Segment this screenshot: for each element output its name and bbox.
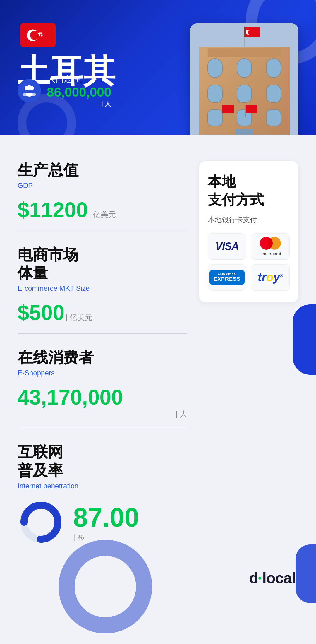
- svg-point-2: [30, 30, 39, 40]
- flag-badge: [20, 23, 56, 47]
- eshoppers-value-row: 43,170,000: [18, 386, 187, 409]
- eshoppers-value: 43,170,000: [18, 386, 123, 409]
- payment-subtitle: 本地银行卡支付: [208, 215, 290, 225]
- svg-point-7: [27, 85, 32, 90]
- dlocal-logo: dlocal: [249, 569, 296, 587]
- internet-value-col: 87.00 | %: [73, 503, 139, 542]
- payment-card: 本地 支付方式 本地银行卡支付 VISA: [199, 161, 298, 302]
- ecommerce-value-row: $500 | 亿美元: [18, 301, 187, 324]
- internet-donut-row: 87.00 | %: [18, 499, 187, 546]
- ecommerce-title-en: E-commerce MKT Size: [18, 284, 187, 292]
- gdp-title-en: GDP: [18, 181, 187, 190]
- gdp-value-row: $11200 | 亿美元: [18, 198, 187, 222]
- ecommerce-title-zh: 电商市场 体量: [18, 246, 187, 282]
- deco-circle-right-1: [293, 304, 316, 375]
- internet-block: 互联网 普及率 Internet penetration: [18, 428, 187, 557]
- svg-rect-22: [266, 110, 281, 126]
- troy-logo: troy®: [258, 271, 283, 284]
- svg-rect-15: [237, 59, 252, 78]
- population-row: 人口总量 86,000,000 | 人: [18, 73, 111, 108]
- internet-value: 87.00: [73, 503, 139, 533]
- main-content: 生产总值 GDP $11200 | 亿美元 电商市场 体量 E-commerce…: [0, 135, 316, 616]
- population-value: 86,000,000: [47, 85, 111, 100]
- content-row: 生产总值 GDP $11200 | 亿美元 电商市场 体量 E-commerce…: [0, 146, 316, 557]
- mc-right-circle: [268, 237, 281, 250]
- gdp-block: 生产总值 GDP $11200 | 亿美元: [18, 146, 187, 231]
- svg-rect-16: [266, 59, 281, 78]
- amex-logo: AMERICAN EXPRESS: [209, 270, 245, 285]
- building-illustration: [190, 23, 298, 135]
- footer: dlocal: [0, 563, 316, 598]
- internet-title-en: Internet penetration: [18, 482, 187, 490]
- svg-rect-31: [222, 105, 234, 113]
- donut-chart: [18, 499, 64, 546]
- eshoppers-title-en: E-Shoppers: [18, 369, 187, 377]
- svg-rect-18: [237, 85, 252, 102]
- svg-point-27: [248, 30, 251, 34]
- gdp-value: $11200: [18, 198, 88, 222]
- gdp-title-zh: 生产总值: [18, 161, 187, 179]
- amex-logo-box: AMERICAN EXPRESS: [208, 264, 246, 291]
- population-unit: | 人: [47, 100, 111, 108]
- payment-title-zh: 本地 支付方式: [208, 173, 290, 209]
- eshoppers-title-zh: 在线消费者: [18, 348, 187, 366]
- left-column: 生产总值 GDP $11200 | 亿美元 电商市场 体量 E-commerce…: [18, 146, 187, 557]
- eshoppers-block: 在线消费者 E-Shoppers 43,170,000 | 人: [18, 334, 187, 429]
- gdp-unit: | 亿美元: [89, 210, 116, 220]
- deco-arc-bottom: [59, 540, 152, 633]
- svg-rect-14: [208, 59, 222, 78]
- internet-value-row: 87.00: [73, 503, 139, 533]
- population-label: 人口总量: [47, 73, 111, 85]
- deco-circle-right-2: [296, 544, 316, 603]
- internet-title-zh: 互联网 普及率: [18, 443, 187, 479]
- visa-logo-box: VISA: [208, 233, 246, 260]
- mastercard-logo-box: mastercard: [251, 233, 290, 260]
- ecommerce-unit: | 亿美元: [66, 312, 92, 323]
- svg-rect-34: [208, 48, 281, 57]
- ecommerce-block: 电商市场 体量 E-commerce MKT Size $500 | 亿美元: [18, 231, 187, 334]
- people-icon: [23, 84, 36, 97]
- svg-rect-17: [208, 85, 222, 102]
- population-text-block: 人口总量 86,000,000 | 人: [47, 73, 111, 108]
- svg-rect-20: [208, 110, 222, 126]
- payment-methods-grid: VISA mastercard: [208, 233, 290, 291]
- svg-rect-19: [266, 85, 281, 102]
- visa-logo: VISA: [215, 240, 239, 253]
- svg-point-10: [31, 93, 36, 96]
- svg-point-9: [23, 93, 27, 96]
- country-photo-card: [190, 23, 298, 135]
- troy-logo-box: troy®: [251, 264, 290, 291]
- svg-rect-33: [246, 105, 257, 113]
- header-section: 土耳其 人口总量 86,000,000 | 人: [0, 0, 316, 135]
- eshoppers-unit: | 人: [176, 410, 187, 418]
- dlocal-dot: [258, 577, 261, 580]
- mastercard-text: mastercard: [259, 251, 281, 256]
- ecommerce-value: $500: [18, 301, 64, 324]
- svg-rect-23: [236, 129, 253, 135]
- population-icon: [18, 79, 41, 102]
- internet-unit: | %: [73, 533, 84, 542]
- right-column: 本地 支付方式 本地银行卡支付 VISA: [199, 146, 298, 557]
